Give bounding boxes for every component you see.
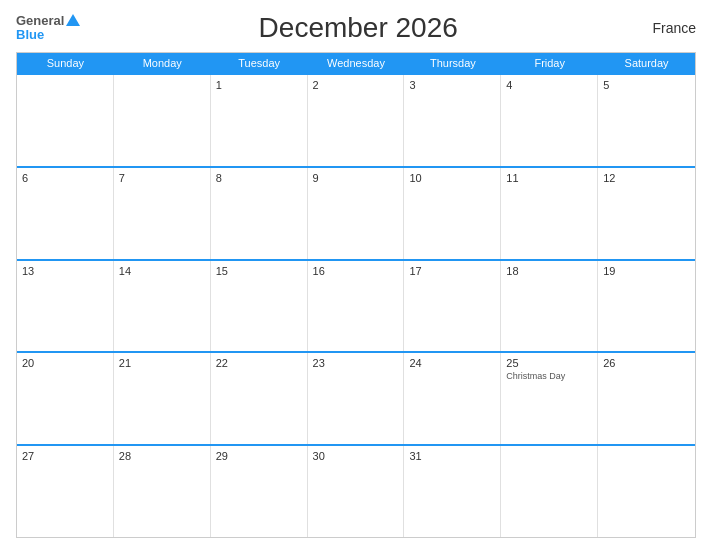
logo-blue-text: Blue	[16, 28, 44, 42]
logo-general-text: General	[16, 14, 64, 28]
day-number: 27	[22, 450, 108, 462]
week-row-2: 13141516171819	[17, 259, 695, 352]
day-cell: 18	[501, 261, 598, 352]
day-cell: 16	[308, 261, 405, 352]
week-row-4: 272829303100	[17, 444, 695, 537]
day-cell: 12	[598, 168, 695, 259]
country-label: France	[636, 20, 696, 36]
calendar-grid: SundayMondayTuesdayWednesdayThursdayFrid…	[16, 52, 696, 538]
day-cell: 26	[598, 353, 695, 444]
day-number: 28	[119, 450, 205, 462]
day-cell: 10	[404, 168, 501, 259]
day-number: 5	[603, 79, 690, 91]
day-number: 26	[603, 357, 690, 369]
day-number: 10	[409, 172, 495, 184]
day-number: 31	[409, 450, 495, 462]
day-cell: 2	[308, 75, 405, 166]
day-number: 17	[409, 265, 495, 277]
day-header-monday: Monday	[114, 53, 211, 73]
day-cell: 11	[501, 168, 598, 259]
day-cell: 0	[114, 75, 211, 166]
day-cell: 19	[598, 261, 695, 352]
day-number: 16	[313, 265, 399, 277]
week-row-3: 202122232425Christmas Day26	[17, 351, 695, 444]
day-number: 2	[313, 79, 399, 91]
day-header-wednesday: Wednesday	[308, 53, 405, 73]
day-number: 0	[506, 450, 592, 462]
day-cell: 31	[404, 446, 501, 537]
day-headers-row: SundayMondayTuesdayWednesdayThursdayFrid…	[17, 53, 695, 73]
day-number: 23	[313, 357, 399, 369]
day-cell: 21	[114, 353, 211, 444]
day-cell: 13	[17, 261, 114, 352]
day-number: 29	[216, 450, 302, 462]
day-cell: 22	[211, 353, 308, 444]
day-number: 3	[409, 79, 495, 91]
day-cell: 20	[17, 353, 114, 444]
day-number: 11	[506, 172, 592, 184]
day-number: 0	[603, 450, 690, 462]
day-cell: 0	[598, 446, 695, 537]
day-cell: 5	[598, 75, 695, 166]
day-number: 19	[603, 265, 690, 277]
day-header-friday: Friday	[501, 53, 598, 73]
day-header-saturday: Saturday	[598, 53, 695, 73]
day-number: 20	[22, 357, 108, 369]
day-cell: 29	[211, 446, 308, 537]
day-number: 4	[506, 79, 592, 91]
day-number: 14	[119, 265, 205, 277]
day-cell: 8	[211, 168, 308, 259]
day-cell: 30	[308, 446, 405, 537]
day-number: 22	[216, 357, 302, 369]
day-cell: 9	[308, 168, 405, 259]
day-cell: 24	[404, 353, 501, 444]
day-cell: 7	[114, 168, 211, 259]
day-cell: 0	[17, 75, 114, 166]
day-cell: 4	[501, 75, 598, 166]
day-number: 1	[216, 79, 302, 91]
day-cell: 27	[17, 446, 114, 537]
day-number: 0	[22, 79, 108, 91]
day-number: 12	[603, 172, 690, 184]
day-number: 15	[216, 265, 302, 277]
calendar-page: General Blue December 2026 France Sunday…	[0, 0, 712, 550]
day-cell: 23	[308, 353, 405, 444]
day-cell: 15	[211, 261, 308, 352]
week-row-0: 0012345	[17, 73, 695, 166]
day-cell: 6	[17, 168, 114, 259]
day-cell: 14	[114, 261, 211, 352]
day-cell: 0	[501, 446, 598, 537]
day-number: 0	[119, 79, 205, 91]
day-number: 13	[22, 265, 108, 277]
day-number: 21	[119, 357, 205, 369]
logo: General Blue	[16, 14, 80, 43]
day-cell: 17	[404, 261, 501, 352]
day-number: 30	[313, 450, 399, 462]
day-cell: 28	[114, 446, 211, 537]
day-cell: 3	[404, 75, 501, 166]
day-header-tuesday: Tuesday	[211, 53, 308, 73]
calendar-title: December 2026	[80, 12, 636, 44]
weeks-container: 0012345678910111213141516171819202122232…	[17, 73, 695, 537]
day-cell: 25Christmas Day	[501, 353, 598, 444]
day-header-sunday: Sunday	[17, 53, 114, 73]
day-number: 18	[506, 265, 592, 277]
day-header-thursday: Thursday	[404, 53, 501, 73]
header: General Blue December 2026 France	[16, 12, 696, 44]
week-row-1: 6789101112	[17, 166, 695, 259]
day-number: 24	[409, 357, 495, 369]
day-number: 8	[216, 172, 302, 184]
day-number: 9	[313, 172, 399, 184]
day-number: 25	[506, 357, 592, 369]
day-number: 7	[119, 172, 205, 184]
logo-triangle-icon	[66, 14, 80, 26]
event-label: Christmas Day	[506, 371, 592, 382]
day-number: 6	[22, 172, 108, 184]
day-cell: 1	[211, 75, 308, 166]
